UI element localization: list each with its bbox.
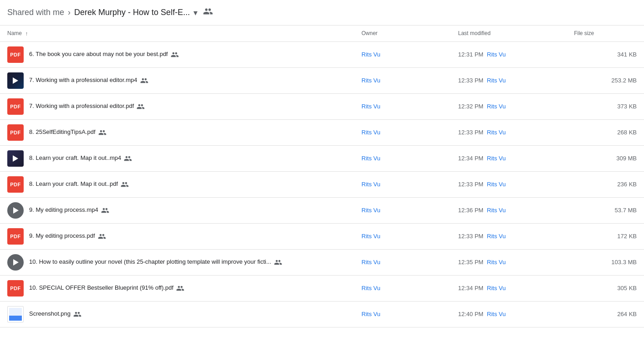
file-modified-by: Rits Vu [487,259,506,266]
video-play-icon [7,202,24,219]
file-name-cell: PDF 8. Learn your craft. Map it out..pdf [0,171,354,197]
file-name: 9. My editing process.pdf [29,232,106,240]
file-name: 8. 25SelfEditingTipsA.pdf [29,128,106,137]
file-size: 236 KB [567,171,644,197]
file-name-cell: PDF 8. 25SelfEditingTipsA.pdf [0,119,354,145]
breadcrumb-shared-link[interactable]: Shared with me [7,8,64,17]
file-size: 268 KB [567,119,644,145]
shared-icon [73,310,81,318]
sort-ascending-icon: ↑ [25,31,28,37]
file-owner: Rits Vu [354,223,451,249]
table-row[interactable]: 7. Working with a professional editor.mp… [0,67,644,93]
file-name-cell: PDF 9. My editing process.pdf [0,223,354,249]
table-row[interactable]: PDF 6. The book you care about may not b… [0,41,644,67]
pdf-icon: PDF [7,280,24,297]
column-header-owner[interactable]: Owner [354,26,451,41]
file-modified: 12:33 PM Rits Vu [451,67,567,93]
file-owner: Rits Vu [354,249,451,275]
table-row[interactable]: PDF 9. My editing process.pdf Rits Vu 12… [0,223,644,249]
file-modified: 12:36 PM Rits Vu [451,197,567,223]
pdf-icon: PDF [7,176,24,193]
table-row[interactable]: PDF 7. Working with a professional edito… [0,93,644,119]
file-name: 10. How to easily outline your novel (th… [29,258,282,266]
file-modified: 12:33 PM Rits Vu [451,223,567,249]
file-modified: 12:35 PM Rits Vu [451,249,567,275]
pdf-icon: PDF [7,228,24,245]
video-thumbnail-icon [7,72,24,89]
file-owner: Rits Vu [354,41,451,67]
column-header-size[interactable]: File size [567,26,644,41]
file-size: 309 MB [567,145,644,171]
shared-icon [124,154,132,163]
file-modified-by: Rits Vu [487,207,506,214]
file-modified-by: Rits Vu [487,285,506,292]
file-size: 103.3 MB [567,249,644,275]
file-size: 305 KB [567,275,644,301]
file-name-cell: Screenshot.png [0,301,354,327]
breadcrumb-people-icon[interactable] [203,6,213,19]
file-size: 172 KB [567,223,644,249]
table-header-row: Name ↑ Owner Last modified File size [0,26,644,41]
file-modified-by: Rits Vu [487,51,506,58]
file-name: 8. Learn your craft. Map it out..mp4 [29,154,132,163]
file-size: 341 KB [567,41,644,67]
file-name: 7. Working with a professional editor.mp… [29,77,148,85]
table-row[interactable]: PDF 10. SPECIAL OFFER Bestseller Bluepri… [0,275,644,301]
file-name: 9. My editing process.mp4 [29,206,109,215]
breadcrumb-dropdown-icon[interactable]: ▾ [193,8,198,18]
image-icon [7,306,24,322]
column-header-name[interactable]: Name ↑ [0,26,354,41]
file-name-cell: PDF 7. Working with a professional edito… [0,93,354,119]
file-modified: 12:34 PM Rits Vu [451,145,567,171]
shared-icon [121,180,129,189]
file-name-cell: PDF 6. The book you care about may not b… [0,41,354,67]
file-name-cell: 9. My editing process.mp4 [0,197,354,223]
file-name-cell: 10. How to easily outline your novel (th… [0,249,354,275]
table-row[interactable]: PDF 8. 25SelfEditingTipsA.pdf Rits Vu 12… [0,119,644,145]
pdf-icon: PDF [7,124,24,141]
video-play-icon [7,254,24,271]
breadcrumb: Shared with me › Derek Murphy - How to S… [0,0,644,26]
file-owner: Rits Vu [354,275,451,301]
file-modified-by: Rits Vu [487,155,506,162]
pdf-icon: PDF [7,46,24,63]
shared-icon [137,102,145,111]
table-row[interactable]: 8. Learn your craft. Map it out..mp4 Rit… [0,145,644,171]
file-modified: 12:31 PM Rits Vu [451,41,567,67]
file-modified-by: Rits Vu [487,77,506,84]
shared-icon [101,206,109,215]
table-row[interactable]: 10. How to easily outline your novel (th… [0,249,644,275]
pdf-icon: PDF [7,98,24,115]
file-size: 53.7 MB [567,197,644,223]
file-owner: Rits Vu [354,67,451,93]
file-size: 373 KB [567,93,644,119]
shared-icon [98,128,106,137]
file-name: 6. The book you care about may not be yo… [29,51,179,59]
file-size: 253.2 MB [567,67,644,93]
breadcrumb-separator-icon: › [68,8,71,17]
shared-icon [171,51,179,59]
video-thumbnail-icon [7,150,24,167]
file-name: 7. Working with a professional editor.pd… [29,102,145,111]
file-name-cell: 7. Working with a professional editor.mp… [0,67,354,93]
file-modified: 12:33 PM Rits Vu [451,119,567,145]
file-owner: Rits Vu [354,301,451,327]
file-modified-by: Rits Vu [487,233,506,240]
file-modified: 12:32 PM Rits Vu [451,93,567,119]
file-modified-by: Rits Vu [487,103,506,110]
file-name: Screenshot.png [29,310,81,318]
file-owner: Rits Vu [354,119,451,145]
shared-icon [140,77,148,85]
breadcrumb-current-folder: Derek Murphy - How to Self-E... [74,8,190,17]
file-modified-by: Rits Vu [487,181,506,188]
file-owner: Rits Vu [354,93,451,119]
file-modified-by: Rits Vu [487,311,506,317]
column-header-modified[interactable]: Last modified [451,26,567,41]
table-row[interactable]: 9. My editing process.mp4 Rits Vu 12:36 … [0,197,644,223]
file-owner: Rits Vu [354,145,451,171]
file-modified: 12:34 PM Rits Vu [451,275,567,301]
table-row[interactable]: PDF 8. Learn your craft. Map it out..pdf… [0,171,644,197]
file-name: 8. Learn your craft. Map it out..pdf [29,180,129,189]
table-row[interactable]: Screenshot.png Rits Vu 12:40 PM Rits Vu … [0,301,644,327]
file-modified: 12:40 PM Rits Vu [451,301,567,327]
